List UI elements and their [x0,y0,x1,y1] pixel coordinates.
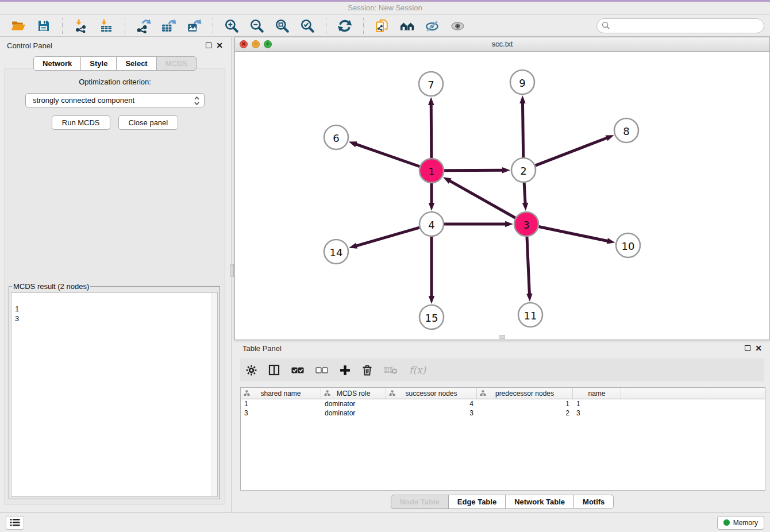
deselect-all-rows-icon[interactable] [315,363,328,377]
window-zoom-icon[interactable]: + [264,40,272,48]
table-cell[interactable]: 1 [241,399,321,408]
table-cell[interactable]: 3 [241,408,321,418]
column-header-mcds-role[interactable]: MCDS role [321,388,386,399]
dropdown-chevrons-icon [194,96,200,107]
memory-label: Memory [733,519,758,527]
zoom-selected-icon[interactable] [299,18,315,34]
close-panel-icon[interactable]: ✕ [216,43,223,48]
network-graph[interactable]: 7968124314101511 [235,52,769,340]
arrowhead-2-3 [522,203,528,211]
import-table-icon[interactable] [98,18,114,34]
graph-node-label-1: 1 [428,165,434,178]
apply-function-icon[interactable]: f(x) [409,363,426,377]
task-history-button[interactable] [6,516,24,530]
table-cell[interactable]: 4 [386,399,477,408]
graph-node-label-15: 15 [425,312,438,324]
node-table: shared name MCDS role successor nodes pr… [240,387,765,491]
table-cell[interactable]: 3 [386,408,477,418]
panel-splitter[interactable] [230,37,234,512]
graph-node-label-14: 14 [330,246,343,259]
zoom-out-icon[interactable] [249,18,265,34]
table-cell[interactable]: 3 [573,408,621,418]
network-window-title: scc.txt [492,40,513,48]
arrowhead-1-2 [502,167,510,173]
result-scrollbar[interactable] [211,293,217,496]
add-column-icon[interactable] [340,363,351,377]
edge-1-2[interactable] [444,170,504,171]
tab-network-table[interactable]: Network Table [505,495,574,509]
zoom-fit-icon[interactable] [274,18,290,34]
edge-2-9[interactable] [522,102,523,157]
tab-select[interactable]: Select [116,56,156,71]
table-cell[interactable]: 1 [573,399,621,408]
edge-4-14[interactable] [355,228,419,246]
edge-3-10[interactable] [539,227,609,242]
search-input[interactable] [596,18,764,33]
export-image-icon[interactable] [186,18,202,34]
window-close-icon[interactable]: ✕ [240,40,248,48]
table-row[interactable]: 3dominator323 [241,408,765,418]
float-panel-icon[interactable] [206,43,211,48]
control-panel-tabs: Network Style Select MCDS [0,56,230,71]
show-all-eye-icon[interactable] [450,18,466,34]
run-mcds-button[interactable]: Run MCDS [52,115,110,130]
table-toolbar: f(x) [240,358,764,381]
float-table-panel-icon[interactable] [745,345,750,351]
network-canvas[interactable]: 7968124314101511 [235,52,769,340]
tab-network[interactable]: Network [33,56,81,71]
hide-selected-eye-icon[interactable] [425,18,441,34]
tab-mcds[interactable]: MCDS [156,56,197,71]
table-cell[interactable]: 1 [477,399,573,408]
edge-3-1[interactable] [449,180,515,218]
table-cell[interactable]: 2 [477,408,573,418]
delete-table-icon[interactable] [384,363,398,377]
zoom-in-icon[interactable] [224,18,240,34]
refresh-layout-icon[interactable] [337,18,353,34]
network-window-titlebar[interactable]: ✕ − + scc.txt [235,37,769,52]
column-header-successor-nodes[interactable]: successor nodes [386,388,477,399]
splitter-grip[interactable] [230,264,234,277]
edge-3-11[interactable] [527,237,530,295]
tab-node-table[interactable]: Node Table [391,495,449,509]
column-type-icon [324,390,330,398]
criterion-value: strongly connected component [33,96,134,105]
table-header-row: shared name MCDS role successor nodes pr… [241,388,765,399]
table-cell[interactable]: dominator [321,399,386,408]
export-table-icon[interactable] [161,18,177,34]
control-panel: Control Panel ✕ Network Style Select MCD… [0,38,230,506]
canvas-resize-grip[interactable] [499,335,505,339]
edge-1-6[interactable] [355,144,419,167]
column-header-predecessor-nodes[interactable]: predecessor nodes [477,388,573,399]
control-panel-title: Control Panel [7,41,52,50]
criterion-dropdown[interactable]: strongly connected component [25,93,205,107]
column-header-shared-name[interactable]: shared name [241,388,321,399]
delete-column-trash-icon[interactable] [362,363,372,377]
save-session-icon[interactable] [36,18,52,34]
open-session-icon[interactable] [10,18,26,34]
window-minimize-icon[interactable]: − [252,40,260,48]
column-header-name[interactable]: name [573,388,621,399]
column-visibility-icon[interactable] [268,363,280,377]
close-table-panel-icon[interactable]: ✕ [755,345,762,351]
table-tabs: Node Table Edge Table Network Table Moti… [234,495,770,509]
clone-network-icon[interactable] [374,18,390,34]
edge-2-3[interactable] [524,183,525,205]
import-network-icon[interactable] [73,18,89,34]
tab-style[interactable]: Style [80,56,117,71]
select-all-rows-icon[interactable] [291,363,304,377]
memory-button[interactable]: Memory [717,516,764,530]
table-row[interactable]: 1dominator411 [241,399,765,408]
export-network-icon[interactable] [136,18,152,34]
tab-motifs[interactable]: Motifs [573,495,614,509]
mcds-result-box: MCDS result (2 nodes) 1 3 [9,282,220,499]
edge-2-8[interactable] [536,137,609,165]
edge-1-7[interactable] [431,103,432,158]
table-settings-gear-icon[interactable] [246,363,257,377]
mcds-panel-content: Optimization criterion: strongly connect… [5,68,225,504]
table-cell[interactable]: dominator [321,408,386,418]
mcds-result-values: 1 3 [15,304,19,323]
mcds-result-list[interactable]: 1 3 [11,292,218,497]
close-panel-button[interactable]: Close panel [118,115,179,130]
first-neighbors-icon[interactable] [399,18,415,34]
tab-edge-table[interactable]: Edge Table [448,495,506,509]
